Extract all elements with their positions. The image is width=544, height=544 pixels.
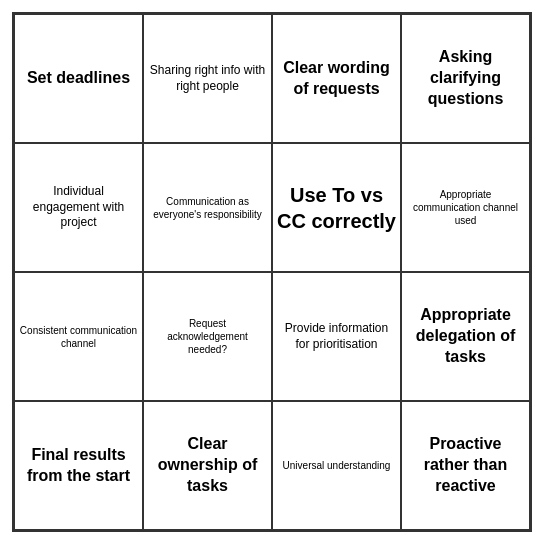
cell-r1c0: Individual engagement with project [14, 143, 143, 272]
cell-text-r3c3: Proactive rather than reactive [406, 434, 525, 496]
cell-text-r2c2: Provide information for prioritisation [277, 321, 396, 352]
cell-r0c3: Asking clarifying questions [401, 14, 530, 143]
cell-text-r1c0: Individual engagement with project [19, 184, 138, 231]
cell-r0c0: Set deadlines [14, 14, 143, 143]
cell-text-r1c1: Communication as everyone's responsibili… [148, 195, 267, 221]
cell-r3c0: Final results from the start [14, 401, 143, 530]
cell-text-r1c2: Use To vs CC correctly [277, 182, 396, 234]
cell-r3c2: Universal understanding [272, 401, 401, 530]
cell-r3c3: Proactive rather than reactive [401, 401, 530, 530]
cell-r0c2: Clear wording of requests [272, 14, 401, 143]
bingo-grid: Set deadlinesSharing right info with rig… [12, 12, 532, 532]
cell-text-r0c2: Clear wording of requests [277, 58, 396, 100]
cell-r0c1: Sharing right info with right people [143, 14, 272, 143]
cell-text-r3c1: Clear ownership of tasks [148, 434, 267, 496]
cell-text-r2c0: Consistent communication channel [19, 324, 138, 350]
cell-r3c1: Clear ownership of tasks [143, 401, 272, 530]
cell-text-r1c3: Appropriate communication channel used [406, 188, 525, 227]
cell-r1c3: Appropriate communication channel used [401, 143, 530, 272]
cell-r2c2: Provide information for prioritisation [272, 272, 401, 401]
cell-text-r0c0: Set deadlines [27, 68, 130, 89]
cell-text-r2c3: Appropriate delegation of tasks [406, 305, 525, 367]
cell-r2c0: Consistent communication channel [14, 272, 143, 401]
cell-r1c1: Communication as everyone's responsibili… [143, 143, 272, 272]
cell-text-r2c1: Request acknowledgement needed? [148, 317, 267, 356]
cell-r2c3: Appropriate delegation of tasks [401, 272, 530, 401]
cell-r2c1: Request acknowledgement needed? [143, 272, 272, 401]
cell-text-r0c1: Sharing right info with right people [148, 63, 267, 94]
cell-text-r3c0: Final results from the start [19, 445, 138, 487]
cell-text-r0c3: Asking clarifying questions [406, 47, 525, 109]
cell-r1c2: Use To vs CC correctly [272, 143, 401, 272]
cell-text-r3c2: Universal understanding [283, 459, 391, 472]
